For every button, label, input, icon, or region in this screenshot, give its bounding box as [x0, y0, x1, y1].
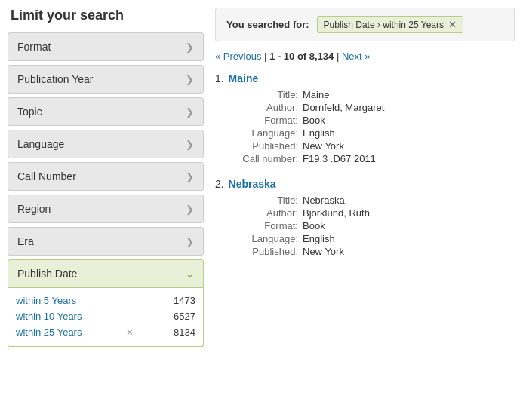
search-tag: Publish Date › within 25 Years ✕ — [317, 16, 463, 33]
within-10-years-link[interactable]: within 10 Years — [16, 311, 82, 322]
search-bar: You searched for: Publish Date › within … — [215, 8, 515, 41]
field-value: F19.3 .D67 2011 — [303, 153, 376, 164]
sidebar-item-region[interactable]: Region ❯ — [8, 195, 204, 223]
result-field-title-1: Title: Maine — [230, 89, 515, 100]
next-link[interactable]: Next » — [342, 51, 371, 62]
field-label: Title: — [230, 89, 298, 100]
sidebar-item-label: Publish Date — [17, 268, 77, 280]
within-25-years-link[interactable]: within 25 Years — [16, 326, 82, 338]
previous-link[interactable]: « Previous — [215, 51, 261, 62]
field-label: Title: — [230, 195, 298, 206]
field-value: New York — [303, 140, 344, 152]
result-field-published-1: Published: New York — [230, 140, 515, 152]
field-label: Author: — [230, 102, 298, 113]
field-value: English — [303, 233, 335, 244]
sidebar-item-label: Publication Year — [17, 73, 93, 85]
within-10-years-count: 6527 — [174, 311, 195, 322]
sidebar-item-label: Region — [17, 203, 51, 215]
pagination: « Previous | 1 - 10 of 8,134 | Next » — [215, 51, 515, 62]
field-label: Format: — [230, 220, 298, 231]
publish-date-panel: within 5 Years 1473 within 10 Years 6527… — [8, 288, 204, 347]
sidebar-item-label: Call Number — [17, 170, 76, 182]
field-value: Book — [303, 115, 325, 126]
sidebar-item-publication-year[interactable]: Publication Year ❯ — [8, 65, 204, 94]
sidebar-item-publish-date[interactable]: Publish Date ⌄ — [8, 259, 204, 288]
within-5-years-link[interactable]: within 5 Years — [16, 295, 76, 306]
field-value: Book — [303, 220, 325, 231]
remove-search-tag-button[interactable]: ✕ — [448, 19, 457, 30]
sidebar-item-label: Era — [17, 235, 34, 247]
result-field-title-2: Title: Nebraska — [230, 195, 515, 206]
field-label: Language: — [230, 127, 298, 139]
chevron-right-icon: ❯ — [186, 106, 194, 118]
result-field-language-2: Language: English — [230, 233, 515, 244]
main-content: You searched for: Publish Date › within … — [204, 0, 526, 420]
publish-filter-10years: within 10 Years 6527 — [16, 308, 195, 324]
sidebar-item-language[interactable]: Language ❯ — [8, 130, 204, 158]
pagination-separator2: | — [337, 51, 342, 62]
result-field-language-1: Language: English — [230, 127, 515, 139]
result-field-published-2: Published: New York — [230, 246, 515, 257]
sidebar-item-call-number[interactable]: Call Number ❯ — [8, 162, 204, 191]
chevron-down-icon: ⌄ — [186, 268, 194, 280]
field-label: Published: — [230, 140, 298, 152]
sidebar-item-era[interactable]: Era ❯ — [8, 227, 204, 256]
result-item-1: 1. Maine Title: Maine Author: Dornfeld, … — [215, 72, 515, 164]
result-link-2[interactable]: Nebraska — [229, 178, 276, 190]
search-tag-label: Publish Date › within 25 Years — [324, 20, 444, 30]
result-fields-2: Title: Nebraska Author: Bjorklund, Ruth … — [230, 195, 515, 257]
chevron-right-icon: ❯ — [186, 236, 194, 247]
within-25-years-count: 8134 — [174, 326, 195, 338]
within-5-years-count: 1473 — [174, 295, 195, 306]
sidebar-item-topic[interactable]: Topic ❯ — [8, 97, 204, 126]
searched-for-label: You searched for: — [226, 19, 309, 30]
result-field-format-2: Format: Book — [230, 220, 515, 231]
field-value: Nebraska — [303, 195, 345, 206]
field-value: Dornfeld, Margaret — [303, 102, 384, 113]
field-label: Author: — [230, 207, 298, 219]
result-title-1: 1. Maine — [215, 72, 515, 84]
pagination-separator1: | — [264, 51, 269, 62]
publish-filter-5years: within 5 Years 1473 — [16, 293, 195, 308]
result-field-author-2: Author: Bjorklund, Ruth — [230, 207, 515, 219]
field-value: New York — [303, 246, 344, 257]
sidebar-item-label: Language — [17, 138, 64, 150]
sidebar-item-label: Topic — [17, 106, 42, 118]
field-label: Call number: — [230, 153, 298, 164]
result-link-1[interactable]: Maine — [229, 72, 259, 84]
chevron-right-icon: ❯ — [186, 74, 194, 85]
sidebar-title: Limit your search — [8, 8, 204, 23]
result-field-author-1: Author: Dornfeld, Margaret — [230, 102, 515, 113]
publish-filter-25years: within 25 Years ✕ 8134 — [16, 324, 195, 340]
sidebar-item-format[interactable]: Format ❯ — [8, 32, 204, 61]
field-label: Published: — [230, 246, 298, 257]
result-item-2: 2. Nebraska Title: Nebraska Author: Bjor… — [215, 178, 515, 257]
result-fields-1: Title: Maine Author: Dornfeld, Margaret … — [230, 89, 515, 164]
result-number-1: 1. — [215, 72, 224, 84]
pagination-range: 1 - 10 of 8,134 — [269, 51, 334, 62]
chevron-right-icon: ❯ — [186, 139, 194, 150]
sidebar-item-label: Format — [17, 41, 51, 53]
result-field-format-1: Format: Book — [230, 115, 515, 126]
field-label: Language: — [230, 233, 298, 244]
field-label: Format: — [230, 115, 298, 126]
field-value: English — [303, 127, 335, 139]
field-value: Bjorklund, Ruth — [303, 207, 370, 219]
result-field-callnumber-1: Call number: F19.3 .D67 2011 — [230, 153, 515, 164]
result-title-2: 2. Nebraska — [215, 178, 515, 190]
remove-25years-button[interactable]: ✕ — [126, 327, 134, 338]
field-value: Maine — [303, 89, 329, 100]
chevron-right-icon: ❯ — [186, 204, 194, 215]
chevron-right-icon: ❯ — [186, 171, 194, 182]
sidebar: Limit your search Format ❯ Publication Y… — [0, 0, 204, 420]
result-number-2: 2. — [215, 178, 224, 190]
chevron-right-icon: ❯ — [186, 41, 194, 53]
